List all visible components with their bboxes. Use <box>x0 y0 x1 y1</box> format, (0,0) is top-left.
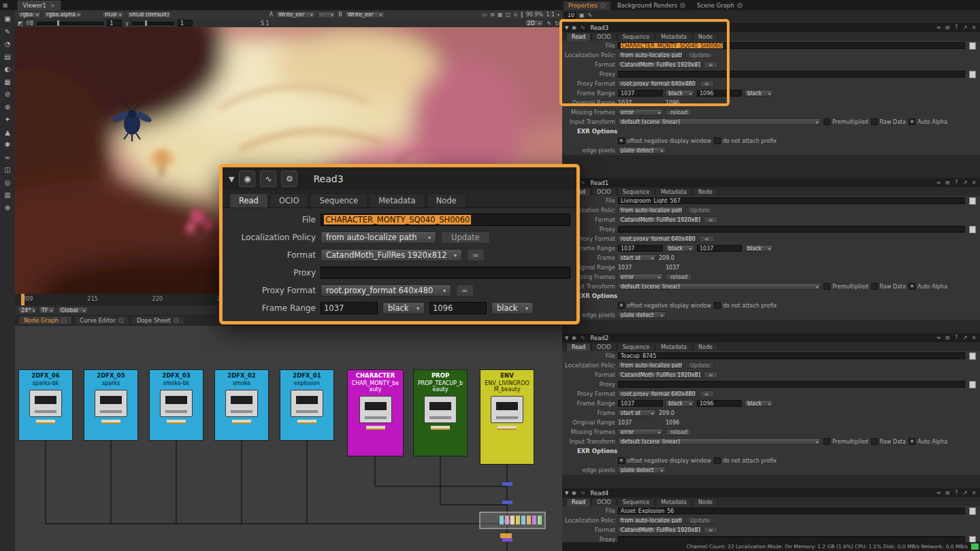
center-node-icon[interactable]: ◉ <box>570 490 577 496</box>
format-dropdown[interactable]: CatandMoth_FullRes 1920x812▾ <box>618 371 701 378</box>
frame-range-end-mode-dropdown[interactable]: black▾ <box>745 90 773 97</box>
help-icon[interactable]: ? <box>953 180 960 186</box>
tab-node[interactable]: Node <box>693 188 718 196</box>
close-icon[interactable]: × <box>970 335 977 341</box>
close-icon[interactable]: × <box>118 318 124 323</box>
raw-data-checkbox[interactable]: Raw Data <box>871 438 906 445</box>
tab-read[interactable]: Read <box>566 343 591 351</box>
proxy-browse-button[interactable] <box>969 381 976 388</box>
filter-icon[interactable]: ▦ <box>2 77 13 87</box>
refresh-icon[interactable]: ↻ <box>555 20 559 27</box>
tab-properties[interactable]: Properties× <box>564 1 610 10</box>
dag-node-2dfx_02[interactable]: 2DFX_02smoke <box>214 369 269 441</box>
channels-dropdown[interactable]: rgba▾ <box>18 12 41 18</box>
frame-range-start-input[interactable]: 1037 <box>618 245 663 252</box>
raw-data-checkbox[interactable]: Raw Data <box>871 118 906 125</box>
sample-label[interactable]: S 1 <box>261 20 270 27</box>
gamma-input[interactable]: 1 <box>178 20 193 27</box>
proxy-format-dropdown[interactable]: root.proxy_format 640x480▾ <box>618 235 697 242</box>
help-icon[interactable]: ? <box>953 24 960 31</box>
tab-read[interactable]: Read <box>229 193 268 207</box>
auto-alpha-checkbox[interactable]: ✕Auto Alpha <box>909 283 947 290</box>
frame-range-end-mode-dropdown[interactable]: black▾ <box>491 302 534 314</box>
input-a-dropdown[interactable]: Write_exr▾ <box>276 12 315 18</box>
file-browse-button[interactable] <box>969 197 976 205</box>
tab-metadata[interactable]: Metadata <box>369 193 425 207</box>
auto-alpha-checkbox[interactable]: ✕Auto Alpha <box>909 438 947 445</box>
frame-range-start-mode-dropdown[interactable]: black▾ <box>666 90 694 97</box>
file-browse-button[interactable] <box>969 507 976 515</box>
merge-icon[interactable]: ⊕ <box>2 102 13 112</box>
split-view-icon[interactable]: ◫ <box>505 12 510 18</box>
tab-ocio[interactable]: OCIO <box>591 343 617 351</box>
no-prefix-checkbox[interactable]: do not attach prefix <box>714 302 777 309</box>
close-icon[interactable]: × <box>970 490 977 496</box>
help-icon[interactable]: ? <box>953 490 960 496</box>
copy-icon[interactable]: ⊞ <box>944 24 951 31</box>
tab-node[interactable]: Node <box>693 343 718 351</box>
dag-node-env[interactable]: ENVENV_LIVINGROOM_beauty <box>480 369 534 465</box>
center-node-icon[interactable]: ◉ <box>570 24 577 31</box>
localization-policy-dropdown[interactable]: from auto-localize path▾ <box>618 52 683 59</box>
gain-slider[interactable] <box>37 22 103 25</box>
time-icon[interactable]: ◔ <box>2 39 13 49</box>
tab-read[interactable]: Read <box>566 33 591 41</box>
frame-range-end-input[interactable]: 1096 <box>429 302 487 314</box>
close-icon[interactable]: × <box>737 3 742 8</box>
file-input[interactable]: Livingroom_Light_567 <box>618 197 965 204</box>
missing-frames-dropdown[interactable]: error▾ <box>618 273 663 280</box>
premultiplied-checkbox[interactable]: Premultiplied <box>823 118 868 125</box>
toolsets-icon[interactable]: ▥ <box>2 190 13 200</box>
input-transform-dropdown[interactable]: default (scene_linear)▾ <box>618 283 821 290</box>
update-button[interactable]: Update <box>685 517 715 524</box>
stack-icon[interactable]: ≡ <box>935 335 942 341</box>
proxy-browse-button[interactable] <box>969 226 976 233</box>
tab-ocio[interactable]: OCIO <box>591 33 617 41</box>
gamma-slider[interactable] <box>132 22 174 25</box>
proxy-format-equals-button[interactable]: = <box>700 390 714 397</box>
pause-icon[interactable]: ‖ <box>521 12 523 18</box>
file-input[interactable]: Asset_Explosion_56 <box>618 507 965 514</box>
transform-icon[interactable]: ✦ <box>2 114 13 124</box>
input-b-dropdown[interactable]: Write_exr▾ <box>345 12 385 18</box>
proxy-format-dropdown[interactable]: root.proxy_format 640x480▾ <box>618 390 697 397</box>
help-icon[interactable]: ? <box>953 335 960 341</box>
close-icon[interactable]: × <box>50 3 55 9</box>
collapse-triangle-icon[interactable]: ▼ <box>565 335 568 341</box>
proxy-format-equals-button[interactable]: = <box>700 80 714 87</box>
file-browse-button[interactable] <box>969 42 976 50</box>
localization-policy-dropdown[interactable]: from auto-localize path▾ <box>618 207 683 214</box>
checkerboard-icon[interactable]: ▦ <box>497 12 503 18</box>
tab-viewer1[interactable]: Viewer1 × <box>18 1 61 10</box>
format-dropdown[interactable]: CatandMoth_FullRes 1920x812▾ <box>321 249 462 261</box>
premultiplied-checkbox[interactable]: Premultiplied <box>823 283 868 290</box>
frame-range-start-mode-dropdown[interactable]: black▾ <box>666 400 694 407</box>
localization-policy-dropdown[interactable]: from auto-localize path▾ <box>618 517 683 524</box>
file-input[interactable]: Teacup_8745 <box>618 352 965 359</box>
format-equals-button[interactable]: = <box>704 371 718 378</box>
tab-read[interactable]: Read <box>566 498 591 506</box>
format-dropdown[interactable]: CatandMoth_FullRes 1920x812▾ <box>618 216 701 223</box>
tab-metadata[interactable]: Metadata <box>655 498 692 506</box>
format-dropdown[interactable]: CatandMoth_FullRes 1920x812▾ <box>618 61 701 68</box>
reload-button[interactable]: reload <box>666 109 692 116</box>
proxy-format-equals-button[interactable]: = <box>456 284 474 297</box>
tab-metadata[interactable]: Metadata <box>655 343 692 351</box>
dag-node-character[interactable]: CHARACTERCHAR_MONTY_beauty <box>347 369 404 456</box>
edge-pixels-dropdown[interactable]: plate detect▾ <box>618 312 666 318</box>
color-icon[interactable]: ◐ <box>2 64 13 74</box>
lock-panels-icon[interactable]: ▣ <box>579 12 585 18</box>
node-graph-panel[interactable]: 2DFX_06sparks-bk2DFX_05sparks2DFX_03smok… <box>15 326 562 551</box>
other-icon[interactable]: ⊗ <box>2 203 13 213</box>
float-icon[interactable]: ↗ <box>962 180 968 186</box>
tab-sequence[interactable]: Sequence <box>617 33 655 41</box>
tab-node[interactable]: Node <box>693 33 718 41</box>
raw-data-checkbox[interactable]: Raw Data <box>871 283 906 290</box>
close-icon[interactable]: × <box>970 180 977 186</box>
center-view-icon[interactable]: ⊙ <box>513 12 518 18</box>
edge-pixels-dropdown[interactable]: plate detect▾ <box>618 147 666 154</box>
proxy-input[interactable] <box>618 381 965 388</box>
stack-icon[interactable]: ≡ <box>935 24 942 31</box>
close-icon[interactable]: × <box>61 318 67 323</box>
keyer-icon[interactable]: ⊘ <box>2 89 13 99</box>
